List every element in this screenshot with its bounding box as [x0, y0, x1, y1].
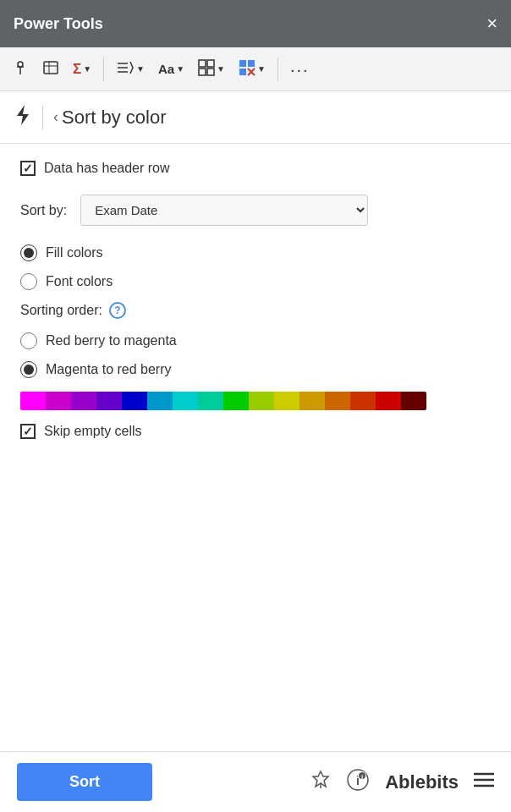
color-segment — [198, 392, 223, 410]
color-segment — [71, 392, 96, 410]
magenta-to-red-row: Magenta to red berry — [20, 361, 491, 378]
sorting-order-label: Sorting order: — [20, 303, 102, 318]
svg-rect-12 — [207, 69, 214, 75]
color-segment — [46, 392, 71, 410]
footer-icons: i i Ablebits — [310, 768, 494, 797]
color-segment — [96, 392, 122, 410]
sum-dropdown-arrow: ▼ — [83, 64, 91, 74]
sort-button[interactable]: Sort — [17, 763, 152, 801]
close-button[interactable]: × — [486, 14, 497, 33]
svg-text:i: i — [361, 773, 363, 781]
svg-rect-10 — [207, 60, 214, 67]
skip-empty-row: Skip empty cells — [20, 424, 491, 439]
pin-tool-button[interactable] — [7, 56, 34, 82]
table-dropdown-arrow: ▼ — [257, 64, 266, 74]
header-row-label: Data has header row — [44, 161, 170, 176]
color-segment — [376, 392, 401, 410]
sort-by-select[interactable]: Exam Date Name Score Grade — [80, 195, 368, 226]
svg-rect-11 — [199, 69, 206, 75]
skip-empty-checkbox[interactable] — [20, 424, 36, 439]
font-icon: Aa — [158, 63, 174, 75]
font-dropdown-arrow: ▼ — [176, 64, 184, 74]
rows-dropdown-arrow: ▼ — [136, 64, 145, 74]
pin-icon — [12, 59, 29, 79]
header-row-checkbox[interactable] — [20, 161, 36, 176]
pin-footer-icon[interactable] — [310, 770, 331, 795]
font-colors-radio[interactable] — [20, 273, 37, 290]
sorting-order-row: Sorting order: ? — [20, 302, 491, 319]
sheet-tool-button[interactable] — [37, 56, 64, 82]
table-icon — [239, 59, 256, 79]
sort-by-row: Sort by: Exam Date Name Score Grade — [20, 195, 491, 226]
color-bar — [20, 392, 426, 410]
magenta-to-red-label: Magenta to red berry — [46, 362, 172, 377]
color-segment — [173, 392, 198, 410]
color-segment — [223, 392, 249, 410]
svg-rect-13 — [239, 60, 246, 67]
color-segment — [20, 392, 46, 410]
color-segment — [299, 392, 325, 410]
main-content: Data has header row Sort by: Exam Date N… — [0, 144, 511, 456]
skip-empty-label: Skip empty cells — [44, 424, 142, 439]
fill-colors-radio[interactable] — [20, 244, 37, 261]
sheet-icon — [42, 59, 59, 79]
footer: Sort i i Ablebits — [0, 751, 511, 812]
grid-icon — [198, 59, 215, 79]
fill-colors-label: Fill colors — [46, 245, 103, 261]
sort-by-label: Sort by: — [20, 203, 67, 218]
red-to-magenta-radio[interactable] — [20, 332, 37, 349]
toolbar-divider-1 — [103, 58, 104, 81]
more-icon: ··· — [290, 61, 310, 78]
section-title: Sort by color — [62, 107, 167, 129]
svg-rect-9 — [199, 60, 206, 67]
color-segment — [401, 392, 426, 410]
color-segment — [350, 392, 376, 410]
section-header: ‹ Sort by color — [0, 91, 511, 144]
lightning-icon — [14, 103, 32, 132]
title-bar: Power Tools × — [0, 0, 511, 47]
svg-rect-15 — [239, 69, 246, 75]
color-segment — [147, 392, 173, 410]
hamburger-icon[interactable] — [474, 771, 494, 793]
font-colors-row: Font colors — [20, 273, 491, 290]
toolbar-divider-2 — [277, 58, 278, 81]
svg-rect-3 — [44, 62, 58, 74]
more-button[interactable]: ··· — [285, 58, 315, 81]
header-divider — [42, 106, 43, 129]
header-row-checkbox-row: Data has header row — [20, 161, 491, 176]
help-icon[interactable]: ? — [109, 302, 126, 319]
red-to-magenta-row: Red berry to magenta — [20, 332, 491, 349]
magenta-to-red-radio[interactable] — [20, 361, 37, 378]
color-segment — [274, 392, 299, 410]
rows-tool-button[interactable]: ▼ — [111, 56, 150, 82]
font-tool-button[interactable]: Aa ▼ — [153, 59, 190, 79]
rows-icon — [116, 59, 135, 79]
svg-rect-14 — [248, 60, 255, 67]
info-footer-icon[interactable]: i i — [346, 768, 370, 797]
svg-marker-18 — [17, 105, 29, 125]
ablebits-brand: Ablebits — [385, 771, 459, 793]
sum-tool-button[interactable]: Σ ▼ — [68, 58, 96, 80]
color-segment — [249, 392, 274, 410]
toolbar: Σ ▼ ▼ Aa ▼ ▼ — [0, 47, 511, 91]
table-tool-button[interactable]: ▼ — [234, 56, 271, 82]
grid-tool-button[interactable]: ▼ — [193, 56, 230, 82]
red-to-magenta-label: Red berry to magenta — [46, 333, 177, 348]
font-colors-label: Font colors — [46, 274, 113, 289]
svg-point-0 — [18, 62, 23, 67]
color-segment — [122, 392, 147, 410]
sum-icon: Σ — [73, 62, 81, 76]
back-button[interactable]: ‹ — [53, 108, 58, 126]
grid-dropdown-arrow: ▼ — [217, 64, 225, 74]
color-segment — [325, 392, 350, 410]
fill-colors-row: Fill colors — [20, 244, 491, 261]
app-title: Power Tools — [14, 15, 103, 33]
